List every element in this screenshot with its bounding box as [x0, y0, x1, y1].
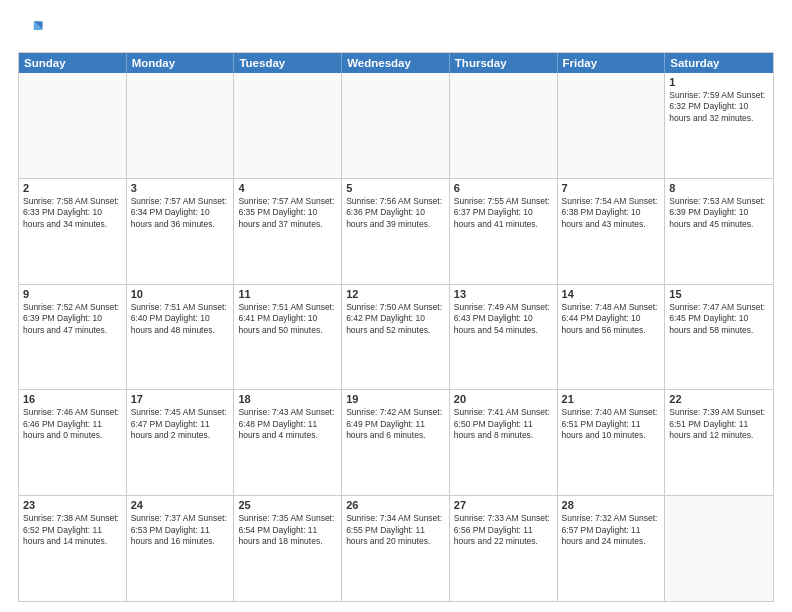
day-info: Sunrise: 7:34 AM Sunset: 6:55 PM Dayligh… [346, 513, 445, 547]
day-info: Sunrise: 7:40 AM Sunset: 6:51 PM Dayligh… [562, 407, 661, 441]
day-26: 26Sunrise: 7:34 AM Sunset: 6:55 PM Dayli… [342, 496, 450, 601]
day-number: 21 [562, 393, 661, 405]
header [18, 16, 774, 44]
day-number: 7 [562, 182, 661, 194]
header-day-friday: Friday [558, 53, 666, 73]
day-info: Sunrise: 7:33 AM Sunset: 6:56 PM Dayligh… [454, 513, 553, 547]
day-number: 5 [346, 182, 445, 194]
calendar-header: SundayMondayTuesdayWednesdayThursdayFrid… [19, 53, 773, 73]
header-day-sunday: Sunday [19, 53, 127, 73]
day-info: Sunrise: 7:57 AM Sunset: 6:34 PM Dayligh… [131, 196, 230, 230]
day-info: Sunrise: 7:55 AM Sunset: 6:37 PM Dayligh… [454, 196, 553, 230]
empty-cell [19, 73, 127, 178]
week-row-3: 16Sunrise: 7:46 AM Sunset: 6:46 PM Dayli… [19, 390, 773, 496]
page: SundayMondayTuesdayWednesdayThursdayFrid… [0, 0, 792, 612]
empty-cell [342, 73, 450, 178]
day-number: 18 [238, 393, 337, 405]
day-4: 4Sunrise: 7:57 AM Sunset: 6:35 PM Daylig… [234, 179, 342, 284]
day-info: Sunrise: 7:57 AM Sunset: 6:35 PM Dayligh… [238, 196, 337, 230]
logo [18, 16, 50, 44]
day-info: Sunrise: 7:48 AM Sunset: 6:44 PM Dayligh… [562, 302, 661, 336]
header-day-saturday: Saturday [665, 53, 773, 73]
empty-cell [234, 73, 342, 178]
day-8: 8Sunrise: 7:53 AM Sunset: 6:39 PM Daylig… [665, 179, 773, 284]
day-info: Sunrise: 7:47 AM Sunset: 6:45 PM Dayligh… [669, 302, 769, 336]
day-20: 20Sunrise: 7:41 AM Sunset: 6:50 PM Dayli… [450, 390, 558, 495]
day-27: 27Sunrise: 7:33 AM Sunset: 6:56 PM Dayli… [450, 496, 558, 601]
calendar: SundayMondayTuesdayWednesdayThursdayFrid… [18, 52, 774, 602]
day-info: Sunrise: 7:50 AM Sunset: 6:42 PM Dayligh… [346, 302, 445, 336]
day-number: 25 [238, 499, 337, 511]
day-16: 16Sunrise: 7:46 AM Sunset: 6:46 PM Dayli… [19, 390, 127, 495]
day-number: 11 [238, 288, 337, 300]
day-number: 23 [23, 499, 122, 511]
day-info: Sunrise: 7:37 AM Sunset: 6:53 PM Dayligh… [131, 513, 230, 547]
day-number: 22 [669, 393, 769, 405]
empty-cell [450, 73, 558, 178]
day-info: Sunrise: 7:54 AM Sunset: 6:38 PM Dayligh… [562, 196, 661, 230]
day-number: 9 [23, 288, 122, 300]
day-info: Sunrise: 7:56 AM Sunset: 6:36 PM Dayligh… [346, 196, 445, 230]
day-number: 8 [669, 182, 769, 194]
week-row-1: 2Sunrise: 7:58 AM Sunset: 6:33 PM Daylig… [19, 179, 773, 285]
header-day-wednesday: Wednesday [342, 53, 450, 73]
day-info: Sunrise: 7:35 AM Sunset: 6:54 PM Dayligh… [238, 513, 337, 547]
day-2: 2Sunrise: 7:58 AM Sunset: 6:33 PM Daylig… [19, 179, 127, 284]
week-row-2: 9Sunrise: 7:52 AM Sunset: 6:39 PM Daylig… [19, 285, 773, 391]
day-14: 14Sunrise: 7:48 AM Sunset: 6:44 PM Dayli… [558, 285, 666, 390]
day-number: 17 [131, 393, 230, 405]
week-row-0: 1Sunrise: 7:59 AM Sunset: 6:32 PM Daylig… [19, 73, 773, 179]
day-22: 22Sunrise: 7:39 AM Sunset: 6:51 PM Dayli… [665, 390, 773, 495]
day-number: 19 [346, 393, 445, 405]
calendar-body: 1Sunrise: 7:59 AM Sunset: 6:32 PM Daylig… [19, 73, 773, 601]
day-number: 14 [562, 288, 661, 300]
day-info: Sunrise: 7:38 AM Sunset: 6:52 PM Dayligh… [23, 513, 122, 547]
logo-icon [18, 16, 46, 44]
day-info: Sunrise: 7:46 AM Sunset: 6:46 PM Dayligh… [23, 407, 122, 441]
header-day-tuesday: Tuesday [234, 53, 342, 73]
day-12: 12Sunrise: 7:50 AM Sunset: 6:42 PM Dayli… [342, 285, 450, 390]
day-number: 13 [454, 288, 553, 300]
day-number: 4 [238, 182, 337, 194]
day-info: Sunrise: 7:45 AM Sunset: 6:47 PM Dayligh… [131, 407, 230, 441]
day-number: 12 [346, 288, 445, 300]
day-number: 16 [23, 393, 122, 405]
day-info: Sunrise: 7:32 AM Sunset: 6:57 PM Dayligh… [562, 513, 661, 547]
day-info: Sunrise: 7:53 AM Sunset: 6:39 PM Dayligh… [669, 196, 769, 230]
day-number: 26 [346, 499, 445, 511]
day-number: 27 [454, 499, 553, 511]
day-info: Sunrise: 7:51 AM Sunset: 6:40 PM Dayligh… [131, 302, 230, 336]
empty-cell [127, 73, 235, 178]
day-18: 18Sunrise: 7:43 AM Sunset: 6:48 PM Dayli… [234, 390, 342, 495]
empty-cell [558, 73, 666, 178]
day-info: Sunrise: 7:51 AM Sunset: 6:41 PM Dayligh… [238, 302, 337, 336]
day-7: 7Sunrise: 7:54 AM Sunset: 6:38 PM Daylig… [558, 179, 666, 284]
day-17: 17Sunrise: 7:45 AM Sunset: 6:47 PM Dayli… [127, 390, 235, 495]
day-number: 1 [669, 76, 769, 88]
day-info: Sunrise: 7:42 AM Sunset: 6:49 PM Dayligh… [346, 407, 445, 441]
day-19: 19Sunrise: 7:42 AM Sunset: 6:49 PM Dayli… [342, 390, 450, 495]
day-24: 24Sunrise: 7:37 AM Sunset: 6:53 PM Dayli… [127, 496, 235, 601]
day-5: 5Sunrise: 7:56 AM Sunset: 6:36 PM Daylig… [342, 179, 450, 284]
day-6: 6Sunrise: 7:55 AM Sunset: 6:37 PM Daylig… [450, 179, 558, 284]
day-number: 6 [454, 182, 553, 194]
day-info: Sunrise: 7:59 AM Sunset: 6:32 PM Dayligh… [669, 90, 769, 124]
day-info: Sunrise: 7:52 AM Sunset: 6:39 PM Dayligh… [23, 302, 122, 336]
day-15: 15Sunrise: 7:47 AM Sunset: 6:45 PM Dayli… [665, 285, 773, 390]
day-info: Sunrise: 7:49 AM Sunset: 6:43 PM Dayligh… [454, 302, 553, 336]
header-day-thursday: Thursday [450, 53, 558, 73]
day-number: 20 [454, 393, 553, 405]
day-number: 15 [669, 288, 769, 300]
day-13: 13Sunrise: 7:49 AM Sunset: 6:43 PM Dayli… [450, 285, 558, 390]
week-row-4: 23Sunrise: 7:38 AM Sunset: 6:52 PM Dayli… [19, 496, 773, 601]
day-info: Sunrise: 7:43 AM Sunset: 6:48 PM Dayligh… [238, 407, 337, 441]
day-28: 28Sunrise: 7:32 AM Sunset: 6:57 PM Dayli… [558, 496, 666, 601]
day-number: 3 [131, 182, 230, 194]
day-23: 23Sunrise: 7:38 AM Sunset: 6:52 PM Dayli… [19, 496, 127, 601]
day-number: 24 [131, 499, 230, 511]
day-info: Sunrise: 7:41 AM Sunset: 6:50 PM Dayligh… [454, 407, 553, 441]
day-info: Sunrise: 7:39 AM Sunset: 6:51 PM Dayligh… [669, 407, 769, 441]
day-number: 10 [131, 288, 230, 300]
day-info: Sunrise: 7:58 AM Sunset: 6:33 PM Dayligh… [23, 196, 122, 230]
day-1: 1Sunrise: 7:59 AM Sunset: 6:32 PM Daylig… [665, 73, 773, 178]
